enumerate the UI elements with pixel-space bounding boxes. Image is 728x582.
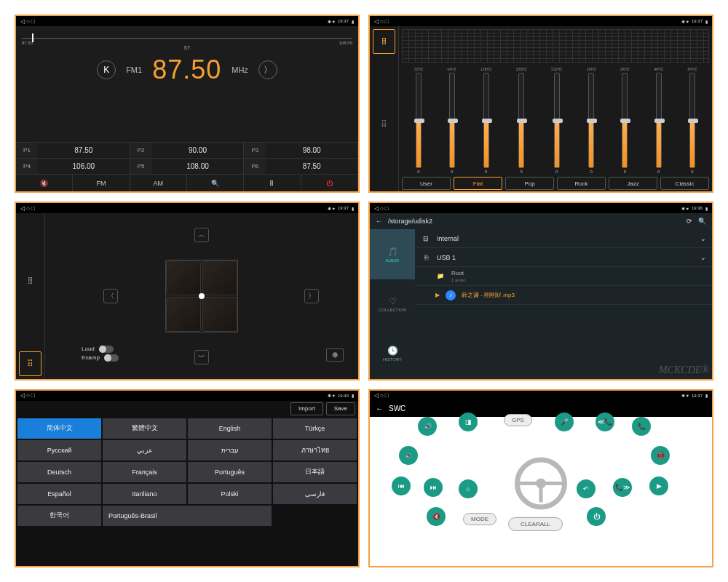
swc-gps[interactable]: GPS bbox=[504, 414, 532, 426]
internal-row[interactable]: ⊟Internal⌄ bbox=[415, 229, 712, 248]
seat-position[interactable] bbox=[165, 260, 238, 332]
balance-right-button[interactable]: 〉 bbox=[304, 289, 319, 303]
usb-row[interactable]: ⎘USB 1⌄ bbox=[415, 248, 712, 267]
swc-back[interactable]: ↶ bbox=[577, 479, 596, 498]
home-icon[interactable]: ○ bbox=[380, 18, 384, 25]
eq-preset-classic[interactable]: Classic bbox=[660, 177, 709, 190]
swc-nav[interactable]: ◨ bbox=[459, 412, 478, 431]
loud-toggle[interactable] bbox=[99, 346, 114, 353]
swc-vol-down[interactable]: 🔉 bbox=[399, 446, 418, 465]
slider-thumb[interactable] bbox=[587, 119, 597, 123]
lang-option[interactable]: Português bbox=[188, 462, 272, 482]
home-icon[interactable]: ○ bbox=[26, 392, 30, 399]
lang-option[interactable]: Português-Brasil bbox=[103, 506, 272, 526]
swc-play[interactable]: ▶ bbox=[649, 477, 668, 495]
center-button[interactable]: ⊕ bbox=[326, 348, 344, 362]
power-button[interactable]: ⏻ bbox=[301, 175, 358, 191]
back-icon[interactable]: ◁ bbox=[374, 205, 379, 212]
eq-tab[interactable]: 🎚 bbox=[373, 29, 395, 54]
preset-5[interactable]: P5108.00 bbox=[130, 158, 245, 174]
recent-icon[interactable]: □ bbox=[31, 205, 35, 212]
history-tab[interactable]: 🕓HISTORY bbox=[370, 329, 415, 378]
eq-slider-4khz[interactable]: 4KHZ0 bbox=[654, 67, 663, 174]
back-icon[interactable]: ◁ bbox=[20, 18, 25, 25]
recent-icon[interactable]: □ bbox=[385, 18, 389, 25]
balance-tab[interactable]: ⠿ bbox=[370, 57, 398, 191]
back-icon[interactable]: ◁ bbox=[374, 392, 379, 399]
search-button[interactable]: 🔍 bbox=[698, 218, 706, 225]
lang-option[interactable]: فارسی bbox=[273, 484, 357, 504]
slider-thumb[interactable] bbox=[448, 119, 458, 123]
lang-option[interactable]: 한국어 bbox=[17, 506, 101, 526]
home-icon[interactable]: ○ bbox=[380, 392, 384, 399]
home-icon[interactable]: ○ bbox=[380, 205, 384, 212]
am-button[interactable]: AM bbox=[130, 175, 187, 191]
search-button[interactable]: 🔍 bbox=[187, 175, 244, 191]
swc-prev[interactable]: ⏮ bbox=[392, 477, 411, 495]
swc-clearall[interactable]: CLEARALL bbox=[508, 517, 563, 531]
fm-button[interactable]: FM bbox=[73, 175, 130, 191]
swc-power[interactable]: ⏻ bbox=[587, 507, 606, 526]
balance-left-button[interactable]: 〈 bbox=[103, 289, 118, 303]
eq-preset-flat[interactable]: Flat bbox=[454, 177, 502, 190]
slider-thumb[interactable] bbox=[517, 119, 527, 123]
prev-button[interactable]: K bbox=[97, 60, 116, 79]
balance-tab[interactable]: ⠿ bbox=[19, 351, 41, 376]
back-button[interactable]: ← bbox=[376, 218, 382, 225]
slider-thumb[interactable] bbox=[553, 119, 563, 123]
preset-6[interactable]: P687.50 bbox=[244, 158, 358, 174]
slider-thumb[interactable] bbox=[654, 119, 665, 123]
lang-option[interactable]: עברית bbox=[188, 440, 272, 461]
eq-slider-512hz[interactable]: 512HZ0 bbox=[551, 67, 562, 174]
recent-icon[interactable]: □ bbox=[385, 205, 389, 212]
eq-slider-2khz[interactable]: 2KHZ0 bbox=[620, 67, 630, 174]
eq-preset-user[interactable]: User bbox=[402, 177, 451, 190]
root-folder[interactable]: 📁Root1 audio bbox=[415, 267, 712, 286]
lang-option[interactable]: Français bbox=[103, 462, 186, 482]
lang-option[interactable]: 简体中文 bbox=[17, 418, 101, 439]
swc-next[interactable]: ⏭ bbox=[424, 478, 443, 497]
home-icon[interactable]: ○ bbox=[26, 18, 30, 25]
lang-option[interactable]: Türkçe bbox=[273, 418, 357, 439]
swc-call-prev[interactable]: ≪📞 bbox=[596, 412, 614, 431]
lang-option[interactable]: Itanliano bbox=[103, 484, 186, 504]
preset-3[interactable]: P398.00 bbox=[244, 142, 358, 158]
eq-tab[interactable]: 🎚 bbox=[16, 213, 44, 348]
eq-slider-8khz[interactable]: 8KHZ0 bbox=[687, 67, 697, 174]
back-icon[interactable]: ◁ bbox=[20, 392, 25, 399]
eq-slider-1khz[interactable]: 1KHZ0 bbox=[587, 67, 596, 174]
lang-option[interactable]: عربي bbox=[103, 440, 186, 461]
swc-call-next[interactable]: 📞≫ bbox=[613, 478, 632, 497]
slider-thumb[interactable] bbox=[620, 119, 630, 123]
back-icon[interactable]: ◁ bbox=[20, 205, 25, 212]
swc-mute[interactable]: 🔇 bbox=[427, 507, 446, 526]
mute-button[interactable]: 🔇 bbox=[16, 175, 73, 191]
swc-mic[interactable]: 🎤 bbox=[555, 412, 574, 431]
examp-toggle[interactable] bbox=[104, 354, 119, 362]
back-icon[interactable]: ◁ bbox=[374, 18, 379, 25]
lang-option[interactable]: Polski bbox=[188, 484, 272, 504]
preset-1[interactable]: P187.50 bbox=[16, 142, 130, 158]
eq-slider-128hz[interactable]: 128HZ0 bbox=[480, 67, 491, 174]
eq-slider-32hz[interactable]: 32HZ0 bbox=[414, 67, 423, 174]
slider-thumb[interactable] bbox=[688, 119, 698, 123]
swc-answer[interactable]: 📞 bbox=[632, 417, 651, 436]
eq-button[interactable]: 🎚 bbox=[244, 175, 301, 191]
recent-icon[interactable]: □ bbox=[385, 392, 389, 399]
save-button[interactable]: Save bbox=[326, 402, 355, 415]
collection-tab[interactable]: ♡COLLECTION bbox=[370, 279, 415, 329]
position-dot[interactable] bbox=[199, 293, 205, 299]
fade-down-button[interactable]: ﹀ bbox=[194, 350, 209, 364]
lang-option[interactable]: 日本語 bbox=[273, 462, 357, 482]
lang-option[interactable]: Русский bbox=[17, 440, 101, 461]
eq-preset-rock[interactable]: Rock bbox=[557, 177, 606, 190]
lang-option[interactable]: Español bbox=[17, 484, 101, 504]
eq-preset-jazz[interactable]: Jazz bbox=[609, 177, 657, 190]
fade-up-button[interactable]: ︿ bbox=[194, 228, 209, 242]
preset-2[interactable]: P290.00 bbox=[130, 142, 245, 158]
lang-option[interactable]: 繁體中文 bbox=[103, 418, 186, 439]
lang-option[interactable]: English bbox=[188, 418, 272, 439]
swc-hangup[interactable]: 📵 bbox=[651, 446, 670, 465]
home-icon[interactable]: ○ bbox=[26, 205, 30, 212]
eq-preset-pop[interactable]: Pop bbox=[505, 177, 554, 190]
